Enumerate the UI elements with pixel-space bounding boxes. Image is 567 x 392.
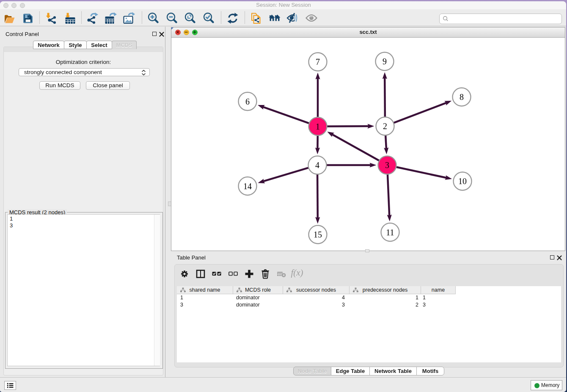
svg-text:9: 9 <box>383 57 387 66</box>
svg-text:4: 4 <box>315 160 319 170</box>
svg-text:11: 11 <box>386 228 394 237</box>
svg-text:15: 15 <box>314 230 322 239</box>
svg-text:10: 10 <box>458 177 467 186</box>
svg-text:3: 3 <box>385 160 389 170</box>
svg-text:7: 7 <box>316 57 320 66</box>
svg-text:8: 8 <box>460 92 464 102</box>
svg-text:2: 2 <box>383 121 387 131</box>
svg-text:14: 14 <box>243 182 252 191</box>
svg-text:6: 6 <box>245 97 250 106</box>
svg-text:1: 1 <box>316 122 320 131</box>
